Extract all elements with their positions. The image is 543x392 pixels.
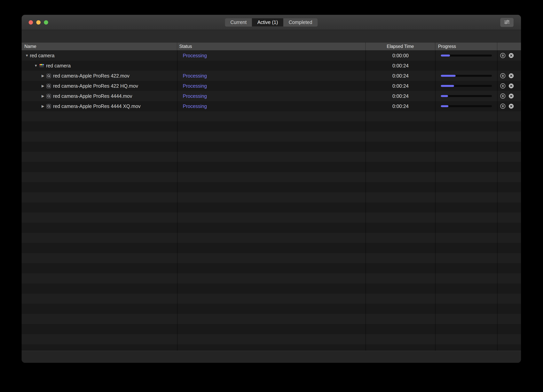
cancel-button[interactable] bbox=[509, 83, 514, 89]
column-header-progress[interactable]: Progress bbox=[435, 43, 497, 50]
row-name: red camera-Apple ProRes 4444.mov bbox=[53, 93, 132, 99]
progress-fill bbox=[441, 105, 448, 107]
column-header-controls bbox=[497, 43, 521, 50]
title-bar: Current Active (1) Completed bbox=[22, 15, 521, 30]
tab-active[interactable]: Active (1) bbox=[252, 18, 283, 27]
row-controls bbox=[497, 104, 521, 109]
table-body: ▼ red camera Processing 0:00:00 bbox=[22, 50, 521, 351]
cancel-button[interactable] bbox=[509, 104, 514, 109]
column-header-name[interactable]: Name bbox=[22, 43, 177, 50]
row-name: red camera-Apple ProRes 4444 XQ.mov bbox=[53, 104, 141, 109]
table-row[interactable]: ▼ red camera Processing 0:00:00 bbox=[22, 50, 521, 61]
footer-bar bbox=[22, 351, 521, 363]
name-cell: ▶ red camera-Apple ProRes 422.mov bbox=[22, 71, 177, 81]
disclosure-triangle-icon[interactable]: ▶ bbox=[40, 104, 46, 108]
progress-bar bbox=[441, 85, 492, 87]
status-cell: Processing bbox=[177, 83, 366, 89]
pause-button[interactable] bbox=[500, 83, 506, 89]
zoom-button[interactable] bbox=[44, 20, 48, 25]
elapsed-time: 0:00:24 bbox=[366, 104, 435, 109]
disclosure-triangle-icon[interactable]: ▼ bbox=[33, 64, 39, 68]
disclosure-triangle-icon[interactable]: ▶ bbox=[40, 94, 46, 98]
column-header-elapsed-time[interactable]: Elapsed Time bbox=[366, 43, 435, 50]
disclosure-triangle-icon[interactable]: ▶ bbox=[40, 74, 46, 78]
progress-bar bbox=[441, 105, 492, 107]
table-row[interactable]: ▶ red camera-Apple ProRes 422 HQ.mov Pro… bbox=[22, 81, 521, 91]
tab-current[interactable]: Current bbox=[225, 18, 252, 27]
progress-cell bbox=[435, 85, 497, 87]
minimize-button[interactable] bbox=[36, 20, 40, 25]
toolbar-strip bbox=[22, 30, 521, 43]
row-name: red camera-Apple ProRes 422.mov bbox=[53, 73, 130, 79]
row-controls bbox=[497, 53, 521, 58]
status-cell: Processing bbox=[177, 73, 366, 79]
elapsed-time: 0:00:24 bbox=[366, 73, 435, 79]
elapsed-time: 0:00:24 bbox=[366, 93, 435, 99]
settings-button[interactable] bbox=[500, 18, 514, 27]
elapsed-time: 0:00:00 bbox=[366, 53, 435, 58]
progress-bar bbox=[441, 55, 492, 56]
progress-fill bbox=[441, 55, 450, 56]
sliders-icon bbox=[503, 19, 510, 25]
pause-button[interactable] bbox=[500, 104, 506, 109]
row-controls bbox=[497, 93, 521, 99]
row-controls bbox=[497, 83, 521, 89]
progress-cell bbox=[435, 75, 497, 77]
batch-monitor-window: Current Active (1) Completed Name Status… bbox=[22, 15, 521, 363]
elapsed-time: 0:00:24 bbox=[366, 83, 435, 89]
status-cell: Processing bbox=[177, 104, 366, 109]
cancel-button[interactable] bbox=[509, 93, 514, 99]
status-text: Processing bbox=[183, 93, 207, 99]
disclosure-triangle-icon[interactable]: ▶ bbox=[40, 84, 46, 88]
progress-cell bbox=[435, 95, 497, 97]
progress-fill bbox=[441, 75, 456, 77]
name-cell: ▶ red camera-Apple ProRes 422 HQ.mov bbox=[22, 81, 177, 91]
movie-icon bbox=[46, 104, 51, 109]
row-controls bbox=[497, 73, 521, 78]
name-cell: ▼ red camera bbox=[22, 61, 177, 71]
pause-button[interactable] bbox=[500, 73, 506, 78]
table-row[interactable]: ▶ red camera-Apple ProRes 4444.mov Proce… bbox=[22, 91, 521, 101]
progress-bar bbox=[441, 75, 492, 77]
close-button[interactable] bbox=[29, 20, 33, 25]
row-name: red camera bbox=[46, 63, 71, 69]
disclosure-triangle-icon[interactable]: ▼ bbox=[24, 54, 30, 58]
status-text: Processing bbox=[183, 73, 207, 78]
status-text: Processing bbox=[183, 83, 207, 89]
progress-cell bbox=[435, 55, 497, 56]
status-cell: Processing bbox=[177, 93, 366, 99]
status-text: Processing bbox=[183, 104, 207, 109]
cancel-button[interactable] bbox=[509, 53, 514, 58]
name-cell: ▶ red camera-Apple ProRes 4444 XQ.mov bbox=[22, 101, 177, 111]
table-row[interactable]: ▶ red camera-Apple ProRes 4444 XQ.mov Pr… bbox=[22, 101, 521, 111]
traffic-lights bbox=[29, 15, 48, 30]
pause-button[interactable] bbox=[500, 93, 506, 99]
name-cell: ▼ red camera bbox=[22, 50, 177, 61]
movie-icon bbox=[46, 73, 51, 78]
clapboard-icon bbox=[39, 63, 44, 68]
progress-fill bbox=[441, 85, 454, 87]
view-segmented-control: Current Active (1) Completed bbox=[225, 18, 318, 27]
table-row[interactable]: ▶ red camera-Apple ProRes 422.mov Proces… bbox=[22, 71, 521, 81]
status-text: Processing bbox=[183, 53, 207, 58]
table-row[interactable]: ▼ red camera 0:00:24 bbox=[22, 61, 521, 71]
table-header: Name Status Elapsed Time Progress bbox=[22, 43, 521, 50]
progress-cell bbox=[435, 105, 497, 107]
cancel-button[interactable] bbox=[509, 73, 514, 78]
pause-button[interactable] bbox=[500, 53, 506, 58]
row-name: red camera bbox=[30, 53, 54, 58]
movie-icon bbox=[46, 93, 51, 99]
progress-bar bbox=[441, 95, 492, 97]
status-cell: Processing bbox=[177, 53, 366, 58]
name-cell: ▶ red camera-Apple ProRes 4444.mov bbox=[22, 91, 177, 101]
tab-completed[interactable]: Completed bbox=[283, 18, 317, 27]
elapsed-time: 0:00:24 bbox=[366, 63, 435, 69]
column-header-status[interactable]: Status bbox=[177, 43, 366, 50]
row-name: red camera-Apple ProRes 422 HQ.mov bbox=[53, 83, 138, 89]
movie-icon bbox=[46, 83, 51, 89]
progress-fill bbox=[441, 95, 448, 97]
